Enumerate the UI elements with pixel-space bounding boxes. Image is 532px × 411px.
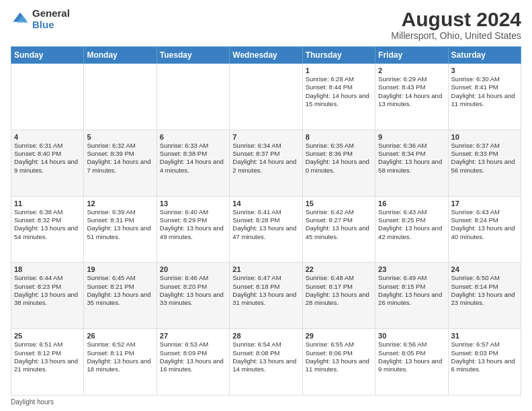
calendar-cell: 14Sunrise: 6:41 AMSunset: 8:28 PMDayligh… — [230, 196, 302, 263]
day-header-thursday: Thursday — [302, 47, 375, 64]
day-header-friday: Friday — [375, 47, 448, 64]
day-number: 26 — [87, 332, 153, 340]
day-info: Daylight: 13 hours and 49 minutes. — [160, 224, 226, 241]
day-info: Sunset: 8:09 PM — [160, 349, 226, 357]
calendar-cell — [84, 64, 157, 130]
day-number: 4 — [14, 133, 81, 141]
day-number: 22 — [306, 265, 372, 273]
day-info: Daylight: 13 hours and 33 minutes. — [160, 291, 226, 308]
calendar-cell: 7Sunrise: 6:34 AMSunset: 8:37 PMDaylight… — [230, 130, 302, 196]
day-info: Daylight: 13 hours and 38 minutes. — [14, 291, 81, 308]
day-info: Sunrise: 6:36 AM — [378, 142, 445, 150]
day-info: Daylight: 13 hours and 21 minutes. — [14, 357, 81, 374]
calendar-cell: 13Sunrise: 6:40 AMSunset: 8:29 PMDayligh… — [157, 196, 229, 263]
day-header-wednesday: Wednesday — [230, 47, 302, 64]
day-info: Sunrise: 6:38 AM — [14, 208, 81, 216]
day-number: 25 — [14, 332, 81, 340]
day-info: Sunrise: 6:33 AM — [160, 142, 226, 150]
calendar-header: SundayMondayTuesdayWednesdayThursdayFrid… — [11, 47, 521, 64]
day-info: Sunrise: 6:40 AM — [160, 208, 226, 216]
calendar-week-row: 25Sunrise: 6:51 AMSunset: 8:12 PMDayligh… — [11, 329, 521, 396]
day-header-sunday: Sunday — [11, 47, 84, 64]
day-number: 23 — [378, 265, 445, 273]
calendar-body: 1Sunrise: 6:28 AMSunset: 8:44 PMDaylight… — [11, 64, 521, 396]
day-info: Sunrise: 6:56 AM — [378, 340, 445, 349]
calendar-cell: 15Sunrise: 6:42 AMSunset: 8:27 PMDayligh… — [302, 196, 375, 263]
day-info: Sunrise: 6:39 AM — [87, 208, 153, 216]
page-title: August 2024 — [391, 8, 521, 30]
calendar-cell: 27Sunrise: 6:53 AMSunset: 8:09 PMDayligh… — [157, 329, 229, 396]
calendar-cell: 24Sunrise: 6:50 AMSunset: 8:14 PMDayligh… — [448, 263, 521, 329]
calendar-cell — [11, 64, 84, 130]
day-info: Daylight: 13 hours and 16 minutes. — [160, 357, 226, 374]
day-number: 28 — [232, 332, 299, 340]
day-info: Sunrise: 6:46 AM — [160, 274, 226, 282]
logo-general: General — [32, 8, 70, 19]
day-info: Daylight: 13 hours and 40 minutes. — [451, 224, 518, 241]
day-number: 14 — [232, 199, 299, 208]
day-info: Daylight: 14 hours and 2 minutes. — [232, 158, 299, 175]
calendar-cell: 28Sunrise: 6:54 AMSunset: 8:08 PMDayligh… — [230, 329, 302, 396]
day-info: Sunrise: 6:54 AM — [232, 340, 299, 349]
calendar-cell: 12Sunrise: 6:39 AMSunset: 8:31 PMDayligh… — [84, 196, 157, 263]
day-info: Daylight: 13 hours and 56 minutes. — [451, 158, 518, 175]
day-number: 15 — [306, 199, 372, 208]
day-number: 19 — [87, 265, 153, 273]
calendar-cell: 20Sunrise: 6:46 AMSunset: 8:20 PMDayligh… — [157, 263, 229, 329]
day-info: Sunset: 8:37 PM — [232, 150, 299, 158]
calendar-cell: 2Sunrise: 6:29 AMSunset: 8:43 PMDaylight… — [375, 64, 448, 130]
day-info: Sunset: 8:43 PM — [378, 83, 445, 91]
day-info: Daylight: 13 hours and 14 minutes. — [232, 357, 299, 374]
calendar-cell: 4Sunrise: 6:31 AMSunset: 8:40 PMDaylight… — [11, 130, 84, 196]
day-info: Sunset: 8:21 PM — [87, 283, 153, 291]
day-info: Daylight: 13 hours and 26 minutes. — [378, 291, 445, 308]
day-info: Sunrise: 6:43 AM — [451, 208, 518, 216]
calendar-cell: 31Sunrise: 6:57 AMSunset: 8:03 PMDayligh… — [448, 329, 521, 396]
calendar-cell: 23Sunrise: 6:49 AMSunset: 8:15 PMDayligh… — [375, 263, 448, 329]
day-info: Daylight: 13 hours and 58 minutes. — [378, 158, 445, 175]
logo: General Blue — [11, 8, 70, 30]
day-info: Daylight: 14 hours and 0 minutes. — [306, 158, 372, 175]
day-info: Sunrise: 6:49 AM — [378, 274, 445, 282]
day-info: Sunrise: 6:31 AM — [14, 142, 81, 150]
day-info: Sunrise: 6:28 AM — [306, 75, 372, 83]
footer-note: Daylight hours — [11, 398, 521, 406]
header: General Blue August 2024 Millersport, Oh… — [11, 8, 521, 41]
day-number: 27 — [160, 332, 226, 340]
day-info: Sunset: 8:20 PM — [160, 283, 226, 291]
day-info: Daylight: 14 hours and 15 minutes. — [306, 92, 372, 109]
day-number: 7 — [232, 133, 299, 141]
day-info: Sunrise: 6:45 AM — [87, 274, 153, 282]
calendar-cell: 16Sunrise: 6:43 AMSunset: 8:25 PMDayligh… — [375, 196, 448, 263]
day-number: 5 — [87, 133, 153, 141]
calendar-cell: 19Sunrise: 6:45 AMSunset: 8:21 PMDayligh… — [84, 263, 157, 329]
day-info: Daylight: 13 hours and 54 minutes. — [14, 224, 81, 241]
day-number: 16 — [378, 199, 445, 208]
day-info: Sunset: 8:39 PM — [87, 150, 153, 158]
calendar-cell: 1Sunrise: 6:28 AMSunset: 8:44 PMDaylight… — [302, 64, 375, 130]
day-header-tuesday: Tuesday — [157, 47, 229, 64]
day-number: 13 — [160, 199, 226, 208]
day-info: Sunrise: 6:50 AM — [451, 274, 518, 282]
days-header-row: SundayMondayTuesdayWednesdayThursdayFrid… — [11, 47, 521, 64]
calendar-cell: 5Sunrise: 6:32 AMSunset: 8:39 PMDaylight… — [84, 130, 157, 196]
day-number: 1 — [306, 66, 372, 75]
day-number: 30 — [378, 332, 445, 340]
day-info: Sunset: 8:08 PM — [232, 349, 299, 357]
calendar-week-row: 1Sunrise: 6:28 AMSunset: 8:44 PMDaylight… — [11, 64, 521, 130]
day-info: Daylight: 14 hours and 4 minutes. — [160, 158, 226, 175]
day-number: 20 — [160, 265, 226, 273]
calendar-cell: 8Sunrise: 6:35 AMSunset: 8:36 PMDaylight… — [302, 130, 375, 196]
day-number: 24 — [451, 265, 518, 273]
calendar-cell: 3Sunrise: 6:30 AMSunset: 8:41 PMDaylight… — [448, 64, 521, 130]
day-info: Sunset: 8:18 PM — [232, 283, 299, 291]
calendar-week-row: 18Sunrise: 6:44 AMSunset: 8:23 PMDayligh… — [11, 263, 521, 329]
calendar-week-row: 4Sunrise: 6:31 AMSunset: 8:40 PMDaylight… — [11, 130, 521, 196]
day-info: Sunrise: 6:44 AM — [14, 274, 81, 282]
day-info: Sunset: 8:36 PM — [306, 150, 372, 158]
page-subtitle: Millersport, Ohio, United States — [391, 30, 521, 41]
day-info: Daylight: 13 hours and 9 minutes. — [378, 357, 445, 374]
day-info: Sunset: 8:06 PM — [306, 349, 372, 357]
day-info: Sunrise: 6:48 AM — [306, 274, 372, 282]
day-info: Sunset: 8:05 PM — [378, 349, 445, 357]
